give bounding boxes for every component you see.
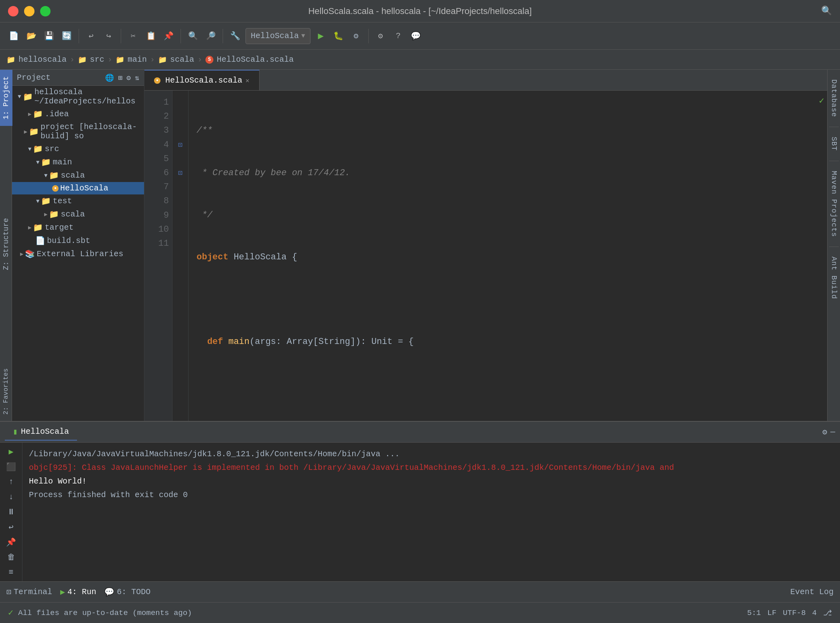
sidebar-icon-collapse[interactable]: ⇅ [135, 73, 139, 82]
tree-item-idea[interactable]: ▶ 📁 .idea [12, 107, 144, 121]
rs-divider2 [829, 161, 839, 161]
pin-button[interactable]: 📌 [4, 536, 18, 548]
run-tab[interactable]: ▮ HelloScala [5, 423, 77, 441]
save-icon[interactable]: 💾 [42, 29, 56, 43]
status-bar: ✓ All files are up-to-date (moments ago)… [0, 602, 840, 623]
code-content[interactable]: /** * Created by bee on 17/4/12. */ obje… [189, 91, 816, 421]
project-panel-label[interactable]: 1: Project [0, 70, 12, 126]
code-line-5 [197, 293, 808, 307]
new-file-icon[interactable]: 📄 [6, 29, 21, 43]
dock-terminal[interactable]: ⊡ Terminal [6, 587, 52, 597]
tree-item-test[interactable]: ▼ 📁 test [12, 194, 144, 208]
separator [368, 29, 369, 43]
wrap-button[interactable]: ↩ [4, 521, 18, 533]
status-vcs: ⎇ [823, 608, 832, 618]
console-content: /Library/Java/JavaVirtualMachines/jdk1.8… [22, 443, 840, 581]
settings-icon-run[interactable]: ⚙ [822, 427, 827, 437]
feedback-icon[interactable]: 💬 [409, 29, 423, 43]
status-position[interactable]: 5:1 [747, 609, 761, 617]
toolbar: 📄 📂 💾 🔄 ↩ ↪ ✂ 📋 📌 🔍 🔎 🔧 HelloScala ▼ ▶ 🐛… [0, 22, 840, 50]
minimize-button[interactable] [24, 6, 34, 16]
structure-panel-label[interactable]: Z: Structure [2, 212, 10, 277]
code-line-6: def main(args: Array[String]): Unit = { [197, 335, 808, 349]
settings-icon[interactable]: ⚙ [373, 29, 388, 43]
tree-item-build-sbt[interactable]: 📄 build.sbt [12, 234, 144, 247]
tree-item-target[interactable]: ▶ 📁 target [12, 221, 144, 234]
filter-button[interactable]: ≡ [4, 566, 18, 578]
build-icon[interactable]: 🔧 [228, 29, 242, 43]
maximize-button[interactable] [40, 6, 51, 16]
rs-divider [829, 127, 839, 127]
paste-icon[interactable]: 📌 [161, 29, 176, 43]
right-sidebar: Database SBT Maven Projects Ant Build [827, 70, 840, 421]
status-message: All files are up-to-date (moments ago) [18, 609, 192, 617]
pause-button[interactable]: ⏸ [4, 506, 18, 518]
breadcrumb-item-helloscala[interactable]: helloscala [18, 55, 67, 64]
breadcrumb-item-src[interactable]: src [90, 55, 104, 64]
sidebar-icon-layout[interactable]: ⊞ [118, 73, 122, 82]
redo-icon[interactable]: ↪ [101, 29, 116, 43]
code-editor[interactable]: 12345 67891011 ⊡ ⊡ /** * Created by bee … [144, 91, 827, 421]
scroll-up-button[interactable]: ↑ [4, 476, 18, 488]
maven-panel[interactable]: Maven Projects [830, 164, 838, 243]
breadcrumb-item-scala[interactable]: scala [170, 55, 194, 64]
delete-button[interactable]: 🗑 [4, 551, 18, 563]
status-indent[interactable]: 4 [812, 609, 817, 617]
undo-icon[interactable]: ↩ [84, 29, 98, 43]
code-line-7 [197, 377, 808, 391]
sync-icon[interactable]: 🔄 [59, 29, 74, 43]
scala-file-dot: ● [52, 185, 59, 192]
status-left: ✓ All files are up-to-date (moments ago) [8, 607, 739, 618]
bottom-panel: ▮ HelloScala ⚙ — ▶ ⬛ ↑ ↓ ⏸ ↩ 📌 🗑 ≡ /Libr… [0, 421, 840, 581]
run-tab-label: HelloScala [21, 427, 69, 436]
dock-run-label: 4: Run [67, 587, 96, 597]
project-sidebar: Project 🌐 ⊞ ⚙ ⇅ ▼ 📁 helloscala ~/IdeaPro… [12, 70, 144, 421]
dock-todo[interactable]: 💬 6: TODO [104, 587, 150, 597]
event-log-link[interactable]: Event Log [790, 587, 834, 597]
breadcrumb-item-main[interactable]: main [128, 55, 147, 64]
tree-item-scala-main[interactable]: ▼ 📁 scala [12, 169, 144, 182]
breadcrumb-item-file[interactable]: HelloScala.scala [217, 55, 294, 64]
ant-panel[interactable]: Ant Build [830, 250, 838, 305]
coverage-button[interactable]: ⚙ [349, 29, 363, 43]
code-line-3: */ [197, 208, 808, 222]
editor-tab-helloscala[interactable]: ● HelloScala.scala ✕ [144, 70, 260, 90]
window-controls[interactable] [8, 6, 51, 16]
gutter-checkmark: ✓ [819, 95, 824, 106]
run-configuration[interactable]: HelloScala ▼ [246, 28, 310, 44]
search-icon[interactable]: 🔍 [821, 6, 832, 16]
window-title: HelloScala.scala - helloscala - [~/IdeaP… [308, 6, 532, 16]
close-button[interactable] [8, 6, 18, 16]
todo-icon: 💬 [104, 587, 114, 597]
stop-button[interactable]: ⬛ [4, 461, 18, 473]
tab-close-button[interactable]: ✕ [246, 77, 250, 85]
editor-gutter: ⊡ ⊡ [172, 91, 189, 421]
database-panel[interactable]: Database [830, 73, 838, 123]
favorites-panel-label[interactable]: 2: Favorites [2, 362, 10, 421]
run-button[interactable]: ▶ [314, 29, 328, 43]
tree-item-project[interactable]: ▶ 📁 project [helloscala-build] so [12, 121, 144, 142]
tree-item-helloscala[interactable]: ▼ 📁 helloscala ~/IdeaProjects/hellos [12, 86, 144, 107]
tree-item-external-libs[interactable]: ▶ 📚 External Libraries [12, 247, 144, 261]
replace-icon[interactable]: 🔎 [203, 29, 218, 43]
sbt-panel[interactable]: SBT [830, 130, 838, 157]
cut-icon[interactable]: ✂ [126, 29, 140, 43]
help-icon[interactable]: ? [391, 29, 406, 43]
tree-item-helloscala-file[interactable]: ● HelloScala [12, 182, 144, 194]
tree-item-src[interactable]: ▼ 📁 src [12, 142, 144, 156]
tree-item-scala-test[interactable]: ▶ 📁 scala [12, 208, 144, 221]
close-panel-icon[interactable]: — [830, 427, 835, 437]
debug-button[interactable]: 🐛 [331, 29, 346, 43]
console-area: ▶ ⬛ ↑ ↓ ⏸ ↩ 📌 🗑 ≡ /Library/Java/JavaVirt… [0, 443, 840, 581]
rerun-button[interactable]: ▶ [4, 446, 18, 458]
scroll-down-button[interactable]: ↓ [4, 491, 18, 503]
find-icon[interactable]: 🔍 [186, 29, 200, 43]
status-charset[interactable]: UTF-8 [783, 609, 806, 617]
dock-run[interactable]: ▶ 4: Run [60, 587, 96, 597]
copy-icon[interactable]: 📋 [144, 29, 158, 43]
open-icon[interactable]: 📂 [24, 29, 39, 43]
tree-item-main[interactable]: ▼ 📁 main [12, 156, 144, 169]
sidebar-icon-globe[interactable]: 🌐 [105, 73, 114, 82]
breadcrumb-folder-icon-src: 📁 [78, 55, 87, 64]
sidebar-icon-settings[interactable]: ⚙ [126, 73, 131, 82]
